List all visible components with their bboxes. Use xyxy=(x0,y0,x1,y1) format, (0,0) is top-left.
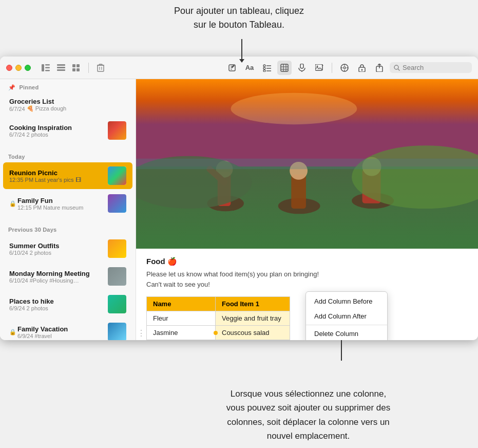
section-pinned: 📌 Pinned xyxy=(0,79,136,93)
app-window: Aa xyxy=(0,57,478,340)
note-info-family-fun: Family Fun 12:15 PM Nature museum xyxy=(17,197,105,211)
editor-photo xyxy=(136,79,478,249)
section-previous: Previous 30 Days xyxy=(0,221,136,235)
maximize-button[interactable] xyxy=(25,65,31,71)
table-cell-name-2[interactable]: Ryan xyxy=(147,340,216,341)
food-desc: Please let us know what food item(s) you… xyxy=(146,269,468,289)
table-row: Ryan Burgers and buns xyxy=(147,340,290,341)
table-cell-food-0[interactable]: Veggie and fruit tray xyxy=(216,311,290,326)
toolbar-separator-2 xyxy=(332,63,332,73)
svg-rect-10 xyxy=(77,68,80,71)
note-info-vacation: Family Vacation 6/9/24 #travel xyxy=(17,325,105,339)
annotation-bottom: Lorsque vous sélectionnez une colonne, v… xyxy=(139,387,478,443)
note-item-reunion[interactable]: Reunion Picnic 12:35 PM Last year's pics… xyxy=(3,162,132,189)
note-item-monday[interactable]: Monday Morning Meeting 6/10/24 #Policy #… xyxy=(3,263,132,290)
table-drag-handle[interactable]: ⋮ xyxy=(137,328,145,338)
svg-line-41 xyxy=(398,69,400,70)
context-menu-delete[interactable]: Delete Column xyxy=(306,326,387,340)
list-view-icon[interactable] xyxy=(55,62,67,73)
note-title-places: Places to hike xyxy=(9,297,105,305)
lock-icon-family: 🔒 xyxy=(9,200,16,207)
svg-point-18 xyxy=(263,70,265,72)
format-button[interactable]: Aa xyxy=(242,61,257,75)
table-header-row: Name Food Item 1 xyxy=(147,297,290,311)
audio-button[interactable] xyxy=(295,61,309,75)
svg-point-38 xyxy=(361,69,363,70)
food-desc-line2: Can't wait to see you! xyxy=(146,281,210,288)
minimize-button[interactable] xyxy=(15,65,22,71)
table-cell-name-0[interactable]: Fleur xyxy=(147,311,216,326)
search-icon xyxy=(394,65,400,71)
svg-rect-0 xyxy=(42,64,44,71)
thumb-family-fun xyxy=(108,194,126,213)
note-title-monday: Monday Morning Meeting xyxy=(9,270,105,277)
svg-rect-7 xyxy=(72,64,75,67)
lock-button[interactable] xyxy=(355,61,369,75)
table-cell-name-1[interactable]: Jasmine xyxy=(147,326,216,340)
table-button[interactable] xyxy=(277,61,292,75)
annotation-arrow-down xyxy=(241,39,242,60)
toolbar-left xyxy=(40,62,106,73)
toolbar-right: Aa xyxy=(225,61,472,75)
table-header-food[interactable]: Food Item 1 xyxy=(216,297,290,311)
traffic-lights xyxy=(6,65,31,71)
note-table[interactable]: Name Food Item 1 Fleur Veggie and fruit … xyxy=(146,296,290,340)
note-info-places: Places to hike 6/9/24 2 photos xyxy=(9,297,105,311)
svg-rect-1 xyxy=(45,64,50,66)
note-title-vacation: Family Vacation xyxy=(17,325,105,333)
note-item-places[interactable]: Places to hike 6/9/24 2 photos xyxy=(3,291,132,318)
annotation-top: Pour ajouter un tableau, cliquez sur le … xyxy=(0,4,478,32)
search-box[interactable] xyxy=(390,62,472,73)
tag-button[interactable] xyxy=(337,61,352,75)
close-button[interactable] xyxy=(6,65,12,71)
svg-rect-11 xyxy=(98,65,104,71)
svg-point-17 xyxy=(263,67,265,69)
note-item-vacation[interactable]: 🔒 Family Vacation 6/9/24 #travel xyxy=(3,319,132,340)
note-title-family-fun: Family Fun xyxy=(17,197,105,204)
toolbar-separator-1 xyxy=(88,63,89,73)
trash-icon[interactable] xyxy=(95,62,106,73)
svg-rect-8 xyxy=(77,64,80,67)
note-info-reunion: Reunion Picnic 12:35 PM Last year's pics… xyxy=(9,169,105,183)
context-menu-add-before[interactable]: Add Column Before xyxy=(306,294,387,309)
checklist-button[interactable] xyxy=(260,61,274,75)
share-button[interactable] xyxy=(372,61,387,75)
thumb-monday xyxy=(108,267,126,286)
thumb-summer xyxy=(108,239,126,258)
note-title-summer: Summer Outfits xyxy=(9,242,105,250)
note-item-groceries[interactable]: Groceries List 6/7/24 🍕 Pizza dough xyxy=(3,94,132,116)
svg-rect-6 xyxy=(57,69,65,71)
svg-rect-5 xyxy=(57,67,65,68)
note-item-summer[interactable]: Summer Outfits 6/10/24 2 photos xyxy=(3,235,132,262)
table-cell-food-1[interactable]: Couscous salad xyxy=(216,326,290,340)
thumb-places xyxy=(108,295,126,313)
note-meta-groceries: 6/7/24 🍕 Pizza dough xyxy=(9,105,126,112)
context-menu-add-after[interactable]: Add Column After xyxy=(306,309,387,324)
svg-point-30 xyxy=(317,65,318,67)
sidebar-toggle-icon[interactable] xyxy=(40,62,51,73)
note-meta-vacation: 6/9/24 #travel xyxy=(17,333,105,339)
svg-point-32 xyxy=(343,67,346,69)
section-today: Today xyxy=(0,148,136,162)
food-desc-line1: Please let us know what food item(s) you… xyxy=(146,270,319,278)
main-content: 📌 Pinned Groceries List 6/7/24 🍕 Pizza d… xyxy=(0,79,478,340)
table-header-name[interactable]: Name xyxy=(147,297,216,311)
svg-rect-3 xyxy=(45,70,50,71)
note-item-family-fun[interactable]: 🔒 Family Fun 12:15 PM Nature museum xyxy=(3,190,132,217)
grid-view-icon[interactable] xyxy=(71,62,82,73)
context-menu-divider xyxy=(306,325,387,325)
note-meta-reunion: 12:35 PM Last year's pics 🎞 xyxy=(9,177,105,183)
note-meta-summer: 6/10/24 2 photos xyxy=(9,250,105,256)
note-item-cooking[interactable]: Cooking Inspiration 6/7/24 2 photos xyxy=(3,117,132,144)
search-input[interactable] xyxy=(403,64,464,71)
svg-point-16 xyxy=(263,65,265,67)
note-info-summer: Summer Outfits 6/10/24 2 photos xyxy=(9,242,105,256)
table-cell-food-2[interactable]: Burgers and buns xyxy=(216,340,290,341)
table-row: Jasmine Couscous salad xyxy=(147,326,290,340)
compose-button[interactable] xyxy=(225,61,239,75)
svg-rect-29 xyxy=(315,64,322,70)
thumb-reunion xyxy=(108,166,126,185)
photo-overlay-svg xyxy=(136,79,478,249)
media-button[interactable] xyxy=(312,61,327,75)
note-meta-monday: 6/10/24 #Policy #Housing… xyxy=(9,277,105,284)
